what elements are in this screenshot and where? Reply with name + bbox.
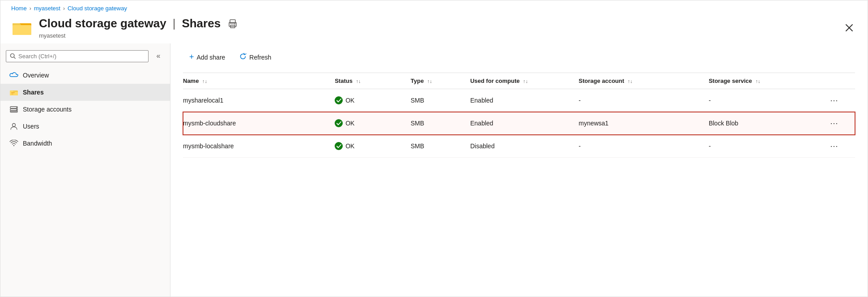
search-row: « [0,47,170,67]
wifi-icon [9,139,18,148]
header-left: Cloud storage gateway | Shares myasetest [11,16,240,39]
status-ok-icon-0 [335,96,343,104]
breadcrumb-sep-2: › [63,5,65,12]
sort-icon-status: ↑↓ [356,78,361,84]
table-container: Name ↑↓ Status ↑↓ Type ↑↓ [183,73,855,288]
row-menu-button-1[interactable]: ··· [828,117,840,129]
sort-icon-storage-acct: ↑↓ [628,78,633,84]
add-share-label: Add share [197,54,226,61]
table-header-row: Name ↑↓ Status ↑↓ Type ↑↓ [183,73,855,89]
refresh-button[interactable]: Refresh [233,50,277,65]
cell-compute-2: Disabled [470,135,579,158]
cell-name-1: mysmb-cloudshare [183,112,335,135]
svg-rect-2 [230,20,235,23]
sidebar-item-overview[interactable]: Overview [0,67,170,84]
page-title: Cloud storage gateway | Shares [39,16,240,31]
table-row: mysharelocal1 OK SMB Enabled - - ··· [183,89,855,112]
col-header-type[interactable]: Type ↑↓ [411,73,470,89]
cell-name-0: mysharelocal1 [183,89,335,112]
toolbar: + Add share Refresh [183,50,855,65]
svg-point-16 [16,107,17,108]
sidebar-item-shares[interactable]: Shares [0,84,170,101]
cell-status-2: OK [335,135,411,158]
sort-icon-compute: ↑↓ [523,78,528,84]
breadcrumb-sep-1: › [30,5,31,12]
print-button[interactable] [225,16,240,31]
sidebar-item-bandwidth[interactable]: Bandwidth [0,135,170,152]
title-separator: | [173,17,176,30]
main-panel: + Add share Refresh [170,43,868,297]
status-cell-0: OK [335,96,405,104]
sidebar-item-overview-label: Overview [23,72,49,79]
cell-actions-0: ··· [828,89,855,112]
status-text-0: OK [345,97,354,104]
cell-status-1: OK [335,112,411,135]
add-share-button[interactable]: + Add share [183,50,231,65]
close-button[interactable] [842,20,857,35]
header-row: Cloud storage gateway | Shares myasetest [0,14,868,43]
cell-name-2: mysmb-localshare [183,135,335,158]
col-header-name[interactable]: Name ↑↓ [183,73,335,89]
col-header-storage-account[interactable]: Storage account ↑↓ [579,73,709,89]
cell-storage-acct-0: - [579,89,709,112]
svg-point-18 [13,124,16,127]
cell-actions-1: ··· [828,112,855,135]
refresh-label: Refresh [249,54,271,61]
status-cell-2: OK [335,142,405,150]
search-input[interactable] [18,53,145,60]
sidebar-item-users[interactable]: Users [0,118,170,135]
folder-icon [11,19,33,37]
refresh-icon [239,53,247,62]
row-menu-button-0[interactable]: ··· [828,94,840,107]
status-cell-1: OK [335,119,405,127]
breadcrumb: Home › myasetest › Cloud storage gateway [0,0,868,14]
sidebar-item-bandwidth-label: Bandwidth [23,140,52,147]
col-header-storage-service[interactable]: Storage service ↑↓ [709,73,828,89]
status-text-1: OK [345,120,354,127]
shares-folder-icon [9,88,18,97]
title-text: Cloud storage gateway [39,17,166,30]
cell-type-1: SMB [411,112,470,135]
cell-storage-svc-1: Block Blob [709,112,828,135]
sort-icon-type: ↑↓ [427,78,432,84]
col-header-compute[interactable]: Used for compute ↑↓ [470,73,579,89]
table-body: mysharelocal1 OK SMB Enabled - - ··· mys… [183,89,855,158]
cell-type-2: SMB [411,135,470,158]
header-title-block: Cloud storage gateway | Shares myasetest [39,16,240,39]
svg-line-9 [14,57,15,58]
content-area: « Overview [0,43,868,297]
cell-type-0: SMB [411,89,470,112]
table-row: mysmb-localshare OK SMB Disabled - - ··· [183,135,855,158]
cell-storage-svc-2: - [709,135,828,158]
cloud-icon [9,71,18,80]
svg-point-5 [234,24,235,25]
row-menu-button-2[interactable]: ··· [828,140,840,152]
svg-rect-15 [10,111,17,112]
main-container: Home › myasetest › Cloud storage gateway [0,0,868,297]
sidebar: « Overview [0,43,170,297]
add-icon: + [189,52,194,62]
status-ok-icon-1 [335,119,343,127]
cell-compute-0: Enabled [470,89,579,112]
col-header-status[interactable]: Status ↑↓ [335,73,411,89]
svg-point-17 [16,109,17,110]
svg-rect-11 [11,92,15,93]
sort-icon-name: ↑↓ [202,78,207,84]
table-row: mysmb-cloudshare OK SMB Enabled mynewsa1… [183,112,855,135]
user-icon [9,122,18,131]
breadcrumb-home[interactable]: Home [11,5,27,12]
collapse-sidebar-button[interactable]: « [152,50,165,62]
sidebar-item-shares-label: Shares [23,89,44,96]
shares-table: Name ↑↓ Status ↑↓ Type ↑↓ [183,73,855,158]
status-text-2: OK [345,142,354,150]
sidebar-item-storage-accounts[interactable]: Storage accounts [0,101,170,118]
cell-storage-acct-2: - [579,135,709,158]
sidebar-item-storage-accounts-label: Storage accounts [23,106,72,113]
status-ok-icon-2 [335,142,343,150]
col-header-actions [828,73,855,89]
svg-rect-12 [11,94,13,95]
breadcrumb-cloud-storage-gateway[interactable]: Cloud storage gateway [68,5,127,12]
breadcrumb-myasetest[interactable]: myasetest [34,5,60,12]
cell-storage-acct-1: mynewsa1 [579,112,709,135]
search-box[interactable] [6,50,149,62]
